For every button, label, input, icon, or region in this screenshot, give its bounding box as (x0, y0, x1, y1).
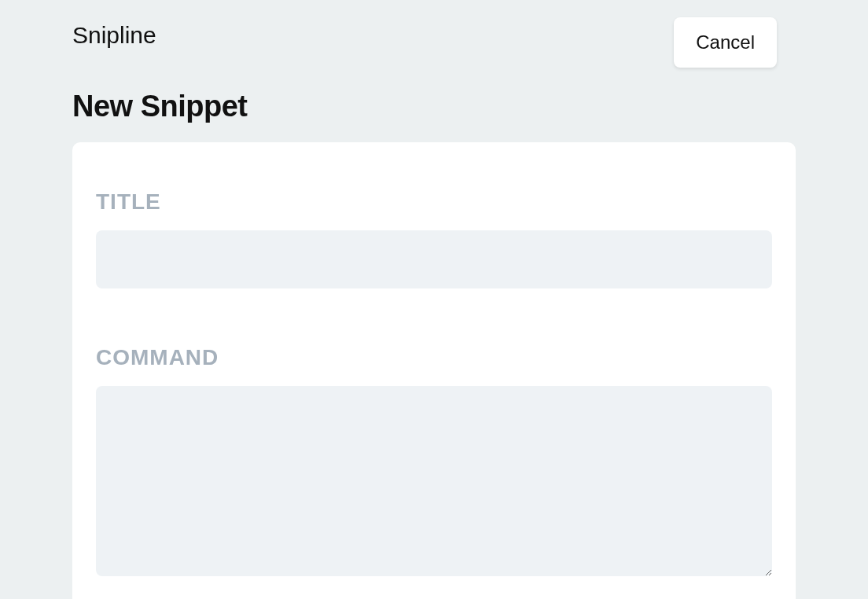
title-input[interactable] (96, 230, 772, 288)
app-title: Snipline (72, 22, 156, 49)
page-title: New Snippet (72, 90, 796, 123)
snippet-form-card: TITLE COMMAND (72, 142, 796, 599)
command-label: COMMAND (96, 345, 772, 370)
command-textarea[interactable] (96, 386, 772, 576)
cancel-button[interactable]: Cancel (674, 17, 777, 68)
title-label: TITLE (96, 189, 772, 215)
